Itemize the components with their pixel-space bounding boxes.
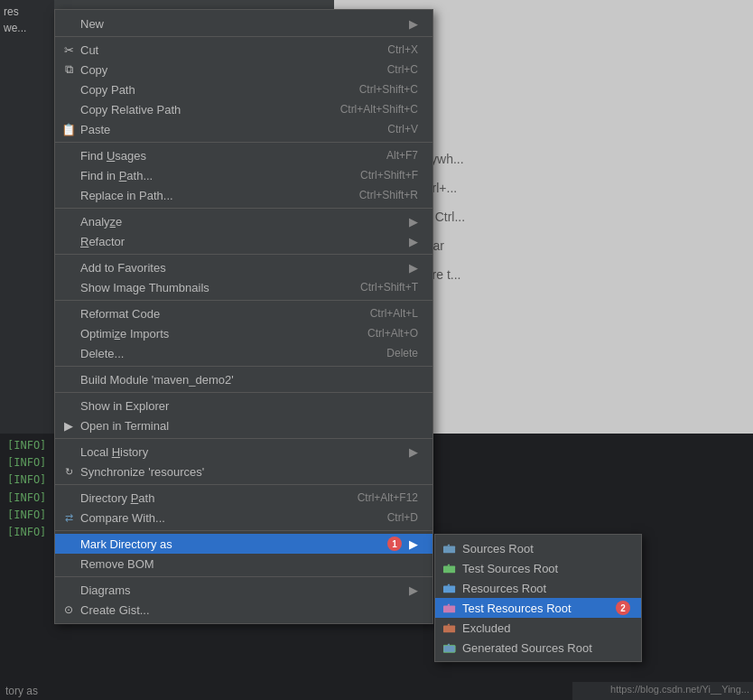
menu-item-find-usages[interactable]: Find Usages Alt+F7: [55, 145, 432, 165]
menu-label-optimize-imports: Optimize Imports: [80, 327, 340, 341]
menu-item-show-image-thumbnails[interactable]: Show Image Thumbnails Ctrl+Shift+T: [55, 277, 432, 297]
shortcut-reformat-code: Ctrl+Alt+L: [370, 307, 418, 320]
folder-excluded-icon: [442, 621, 457, 635]
separator: [55, 36, 432, 37]
shortcut-copy-relative-path: Ctrl+Alt+Shift+C: [340, 103, 418, 116]
status-bar-text: tory as: [0, 682, 43, 700]
menu-label-diagrams: Diagrams: [80, 583, 402, 597]
terminal-icon: ▶: [60, 417, 77, 434]
menu-label-local-history: Local History: [80, 445, 402, 459]
menu-label-paste: Paste: [80, 123, 360, 136]
submenu-item-sources-root[interactable]: Sources Root: [435, 538, 641, 558]
shortcut-find-in-path: Ctrl+Shift+F: [360, 169, 418, 182]
menu-label-copy: Copy: [80, 63, 360, 77]
shortcut-cut: Ctrl+X: [387, 43, 418, 56]
separator: [55, 254, 432, 255]
menu-label-show-image-thumbnails: Show Image Thumbnails: [80, 281, 333, 294]
svg-rect-3: [443, 605, 455, 612]
menu-label-create-gist: Create Gist...: [80, 603, 418, 617]
menu-label-compare-with: Compare With...: [80, 511, 360, 525]
submenu-item-test-resources-root[interactable]: Test Resources Root 2: [435, 598, 641, 618]
menu-item-optimize-imports[interactable]: Optimize Imports Ctrl+Alt+O: [55, 323, 432, 343]
arrow-icon: ▶: [409, 445, 418, 459]
svg-rect-4: [443, 625, 455, 632]
folder-lightblue-icon: [442, 581, 457, 595]
arrow-icon: ▶: [409, 261, 418, 275]
shortcut-show-image-thumbnails: Ctrl+Shift+T: [360, 281, 418, 294]
menu-item-reformat-code[interactable]: Reformat Code Ctrl+Alt+L: [55, 303, 432, 323]
menu-item-synchronize[interactable]: ↻ Synchronize 'resources': [55, 462, 432, 481]
context-menu: New ▶ ✂ Cut Ctrl+X ⧉ Copy Ctrl+C Copy Pa…: [54, 9, 433, 624]
menu-item-directory-path[interactable]: Directory Path Ctrl+Alt+F12: [55, 488, 432, 508]
submenu-item-excluded[interactable]: Excluded: [435, 618, 641, 638]
menu-item-open-in-terminal[interactable]: ▶ Open in Terminal: [55, 415, 432, 435]
menu-item-copy-path[interactable]: Copy Path Ctrl+Shift+C: [55, 79, 432, 99]
shortcut-replace-in-path: Ctrl+Shift+R: [359, 189, 418, 201]
menu-label-copy-path: Copy Path: [80, 83, 332, 97]
menu-label-open-in-terminal: Open in Terminal: [80, 419, 418, 433]
menu-item-refactor[interactable]: Refactor ▶: [55, 231, 432, 251]
menu-label-find-in-path: Find in Path...: [80, 169, 333, 182]
submenu-item-resources-root[interactable]: Resources Root: [435, 578, 641, 598]
menu-label-find-usages: Find Usages: [80, 149, 359, 163]
menu-label-refactor: Refactor: [80, 235, 402, 248]
menu-item-copy[interactable]: ⧉ Copy Ctrl+C: [55, 60, 432, 79]
separator: [55, 142, 432, 143]
menu-item-mark-directory-as[interactable]: Mark Directory as 1 ▶ Sources Root: [55, 534, 432, 554]
menu-item-new[interactable]: New ▶: [55, 14, 432, 33]
shortcut-find-usages: Alt+F7: [386, 149, 418, 162]
submenu-mark-directory: Sources Root Test Sources Root: [434, 534, 642, 662]
menu-item-create-gist[interactable]: ⊙ Create Gist...: [55, 600, 432, 620]
menu-label-reformat-code: Reformat Code: [80, 307, 343, 321]
menu-item-build-module[interactable]: Build Module 'maven_demo2': [55, 369, 432, 389]
menu-label-copy-relative-path: Copy Relative Path: [80, 103, 313, 117]
arrow-icon: ▶: [409, 235, 418, 248]
separator: [55, 530, 432, 531]
menu-item-delete[interactable]: Delete... Delete: [55, 343, 432, 363]
menu-item-remove-bom[interactable]: Remove BOM: [55, 554, 432, 574]
menu-label-directory-path: Directory Path: [80, 491, 330, 505]
separator: [55, 208, 432, 209]
menu-item-paste[interactable]: 📋 Paste Ctrl+V: [55, 119, 432, 139]
arrow-icon: ▶: [409, 215, 418, 229]
menu-label-replace-in-path: Replace in Path...: [80, 189, 332, 202]
folder-generated-icon: [442, 640, 457, 655]
svg-rect-1: [443, 565, 455, 573]
shortcut-directory-path: Ctrl+Alt+F12: [358, 491, 418, 504]
submenu-label-test-sources-root: Test Sources Root: [462, 562, 630, 575]
menu-label-cut: Cut: [80, 43, 360, 57]
submenu-label-excluded: Excluded: [462, 621, 630, 635]
arrow-icon: ▶: [409, 17, 418, 31]
folder-green-icon: [442, 561, 457, 575]
menu-item-diagrams[interactable]: Diagrams ▶: [55, 580, 432, 600]
separator: [55, 576, 432, 577]
menu-label-synchronize: Synchronize 'resources': [80, 465, 418, 479]
paste-icon: 📋: [60, 121, 77, 137]
folder-blue-icon: [442, 541, 457, 555]
menu-item-replace-in-path[interactable]: Replace in Path... Ctrl+Shift+R: [55, 185, 432, 205]
submenu-item-test-sources-root[interactable]: Test Sources Root: [435, 558, 641, 578]
menu-item-find-in-path[interactable]: Find in Path... Ctrl+Shift+F: [55, 165, 432, 185]
menu-item-show-in-explorer[interactable]: Show in Explorer: [55, 396, 432, 415]
submenu-label-test-resources-root: Test Resources Root: [462, 602, 605, 615]
menu-item-analyze[interactable]: Analyze ▶: [55, 211, 432, 231]
submenu-item-generated-sources-root[interactable]: Generated Sources Root: [435, 638, 641, 658]
shortcut-paste: Ctrl+V: [387, 123, 418, 135]
menu-item-local-history[interactable]: Local History ▶: [55, 442, 432, 462]
menu-item-cut[interactable]: ✂ Cut Ctrl+X: [55, 40, 432, 60]
menu-item-compare-with[interactable]: ⇄ Compare With... Ctrl+D: [55, 508, 432, 527]
separator: [55, 300, 432, 301]
shortcut-copy: Ctrl+C: [387, 63, 418, 76]
svg-rect-5: [443, 645, 455, 652]
menu-label-analyze: Analyze: [80, 215, 402, 229]
compare-icon: ⇄: [60, 509, 77, 526]
menu-item-add-to-favorites[interactable]: Add to Favorites ▶: [55, 257, 432, 277]
badge-2: 2: [616, 601, 630, 615]
separator: [55, 366, 432, 367]
file-tree: res we...: [0, 0, 54, 434]
submenu-label-resources-root: Resources Root: [462, 582, 630, 595]
submenu-label-sources-root: Sources Root: [462, 542, 630, 555]
separator: [55, 438, 432, 439]
menu-item-copy-relative-path[interactable]: Copy Relative Path Ctrl+Alt+Shift+C: [55, 99, 432, 119]
folder-pink-icon: [442, 601, 457, 615]
